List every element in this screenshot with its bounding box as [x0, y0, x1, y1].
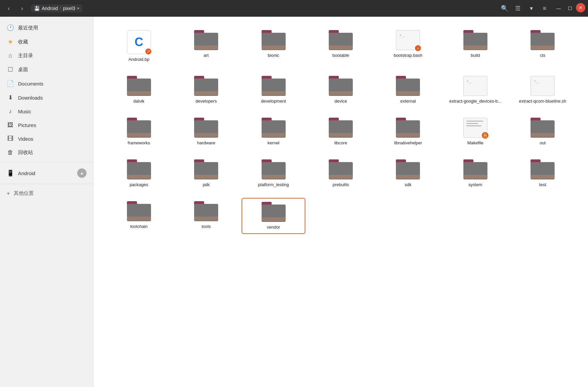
sidebar-item-label: 收藏 [18, 39, 87, 45]
sidebar-item-videos[interactable]: 🎞 Videos [0, 132, 93, 146]
file-developers[interactable]: developers [174, 73, 238, 108]
chevron-down-icon[interactable]: ▾ [77, 6, 79, 11]
file-name: system [468, 182, 482, 188]
recent-icon: 🕐 [7, 24, 14, 31]
add-icon: + [7, 190, 10, 197]
file-prebuilts[interactable]: prebuilts [309, 156, 373, 191]
folder-icon [396, 159, 420, 179]
file-bootable[interactable]: bootable [309, 27, 373, 66]
search-button[interactable]: 🔍 [498, 2, 510, 14]
file-sdk[interactable]: sdk [376, 156, 440, 191]
view-button[interactable]: ☰ [512, 2, 524, 14]
file-device[interactable]: device [309, 73, 373, 108]
forward-button[interactable]: › [16, 2, 28, 14]
file-libnativehelper[interactable]: libnativehelper [376, 114, 440, 149]
file-name: out [540, 140, 546, 146]
file-hardware[interactable]: hardware [174, 114, 238, 149]
location-bar[interactable]: 💾 Android / pixel3 ▾ [31, 4, 83, 12]
folder-icon [194, 201, 218, 221]
file-out[interactable]: out [511, 114, 575, 149]
bp-file-icon: C ↗ [127, 30, 151, 54]
maximize-button[interactable]: ☐ [565, 3, 575, 14]
file-system[interactable]: system [443, 156, 507, 191]
file-tools[interactable]: tools [174, 198, 238, 234]
symlink-badge: ↗ [414, 44, 422, 52]
sidebar-item-label: 主目录 [18, 52, 87, 59]
file-platform-testing[interactable]: platform_testing [242, 156, 305, 191]
sidebar-item-downloads[interactable]: ⬇ Downloads [0, 91, 93, 105]
sidebar-item-android[interactable]: 📱 Android ▲ [0, 165, 93, 181]
folder-icon [262, 30, 286, 50]
sidebar-item-music[interactable]: ♪ Music [0, 105, 93, 118]
minimize-button[interactable]: — [553, 3, 564, 14]
sidebar: 🕐 最近使用 ★ 收藏 ⌂ 主目录 ☐ 桌面 📄 Documents ⬇ Dow… [0, 17, 94, 387]
file-toolchain[interactable]: toolchain [107, 198, 171, 234]
file-kernel[interactable]: kernel [242, 114, 305, 149]
sidebar-add-other[interactable]: + 其他位置 [0, 187, 93, 200]
file-name: extract-google_devices-b... [449, 99, 501, 104]
file-name: libcore [334, 140, 347, 146]
file-external[interactable]: external [376, 73, 440, 108]
file-development[interactable]: development [242, 73, 305, 108]
makefile-icon: 🔒 [463, 118, 487, 138]
folder-icon [531, 118, 555, 138]
menu-button[interactable]: ≡ [539, 2, 551, 14]
file-name: bootable [332, 53, 349, 58]
symlink-badge: ↗ [145, 48, 152, 55]
file-grid: C ↗ Android.bp art [107, 27, 575, 234]
folder-icon [329, 30, 353, 50]
sidebar-item-trash[interactable]: 🗑 回收站 [0, 146, 93, 159]
sidebar-item-label: Android [18, 170, 73, 176]
file-makefile[interactable]: 🔒 Makefile [443, 114, 507, 149]
file-name: bootstrap.bash [394, 53, 422, 58]
file-name: build [471, 53, 480, 58]
file-frameworks[interactable]: frameworks [107, 114, 171, 149]
file-packages[interactable]: packages [107, 156, 171, 191]
file-name: test [539, 182, 546, 188]
lock-badge: 🔒 [481, 131, 489, 139]
file-android-bp[interactable]: C ↗ Android.bp [107, 27, 171, 66]
file-bootstrap-bash[interactable]: ›_ ↗ bootstrap.bash [376, 27, 440, 66]
folder-icon [127, 118, 151, 138]
file-vendor[interactable]: vendor [242, 198, 305, 234]
file-name: prebuilts [332, 182, 349, 188]
file-extract-google[interactable]: ›_ extract-google_devices-b... [443, 73, 507, 108]
file-bionic[interactable]: bionic [242, 27, 305, 66]
script-file-icon: ›_ [463, 76, 487, 96]
sidebar-item-desktop[interactable]: ☐ 桌面 [0, 62, 93, 77]
file-name: device [334, 99, 347, 104]
eject-button[interactable]: ▲ [77, 168, 87, 178]
main-layout: 🕐 最近使用 ★ 收藏 ⌂ 主目录 ☐ 桌面 📄 Documents ⬇ Dow… [0, 17, 588, 387]
file-name: kernel [268, 140, 279, 146]
close-button[interactable]: ✕ [576, 3, 585, 12]
downloads-icon: ⬇ [7, 94, 14, 101]
file-extract-qcom[interactable]: ›_ extract-qcom-blueline.sh [511, 73, 575, 108]
file-pdk[interactable]: pdk [174, 156, 238, 191]
folder-icon [127, 159, 151, 179]
sidebar-item-home[interactable]: ⌂ 主目录 [0, 49, 93, 62]
file-libcore[interactable]: libcore [309, 114, 373, 149]
file-name: extract-qcom-blueline.sh [519, 99, 566, 104]
file-name: platform_testing [258, 182, 289, 188]
file-build[interactable]: build [443, 27, 507, 66]
sidebar-item-label: 桌面 [18, 67, 87, 73]
back-button[interactable]: ‹ [3, 2, 15, 14]
file-cts[interactable]: cts [511, 27, 575, 66]
file-test[interactable]: test [511, 156, 575, 191]
location-pixel3: pixel3 [63, 6, 76, 11]
file-name: Makefile [467, 140, 483, 146]
folder-icon [396, 118, 420, 138]
sidebar-item-starred[interactable]: ★ 收藏 [0, 35, 93, 49]
trash-icon: 🗑 [7, 149, 14, 156]
file-name: vendor [267, 225, 280, 230]
file-dalvik[interactable]: dalvik [107, 73, 171, 108]
file-art[interactable]: art [174, 27, 238, 66]
sidebar-item-pictures[interactable]: 🖼 Pictures [0, 118, 93, 132]
drive-icon: 💾 [34, 6, 40, 11]
location-android: Android [42, 6, 58, 11]
sidebar-item-label: 最近使用 [18, 25, 87, 31]
sidebar-item-recent[interactable]: 🕐 最近使用 [0, 21, 93, 35]
sidebar-item-documents[interactable]: 📄 Documents [0, 77, 93, 91]
sidebar-divider [0, 162, 93, 162]
sort-button[interactable]: ▾ [525, 2, 537, 14]
